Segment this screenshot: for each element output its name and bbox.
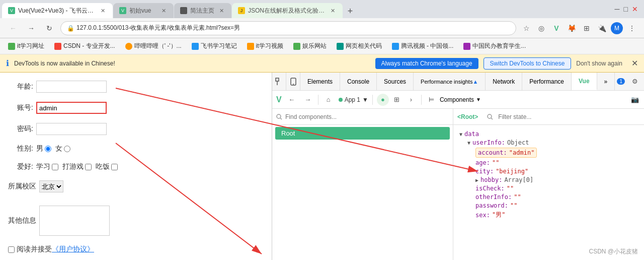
devtools-inspect-icon[interactable]	[272, 73, 286, 90]
menu-icon[interactable]: ⋮	[626, 22, 638, 34]
tab-initial-vue[interactable]: V 初始vue ✕	[113, 3, 174, 18]
bookmark-it-study[interactable]: it学习网址	[4, 41, 48, 51]
tab-label-4: JSON在线解析及格式化验证 - JS...	[248, 7, 326, 15]
devtools-tab-vue[interactable]: Vue	[572, 73, 597, 90]
chevron-right-icon[interactable]: ›	[405, 94, 417, 106]
tree-icon[interactable]: ⊨	[426, 94, 438, 106]
component-nav: ⊨ Components ▼	[426, 94, 481, 106]
tab-close-1[interactable]: ✕	[99, 7, 107, 15]
age-input[interactable]	[36, 81, 107, 93]
maximize-button[interactable]: □	[624, 5, 628, 13]
switch-devtools-button[interactable]: Switch DevTools to Chinese	[484, 57, 572, 70]
devtools-tab-sources[interactable]: Sources	[377, 73, 414, 90]
bookmark-feishu[interactable]: 飞书学习笔记	[188, 41, 241, 51]
dont-show-link[interactable]: Don't show again	[576, 60, 622, 67]
bm-label-1: it学习网址	[17, 42, 44, 50]
puzzle-icon[interactable]: ⊞	[581, 22, 593, 34]
url-text: 127.0.0.1:5500/013-收集表单元素/收集表单元素.html?se…	[76, 24, 240, 32]
bookmark-it-video[interactable]: it学习视频	[243, 41, 287, 51]
form-row-other: 其他信息	[8, 206, 264, 236]
bookmark-tencent[interactable]: 腾讯视频 - 中国领...	[388, 41, 458, 51]
userinfo-expand-arrow[interactable]: ▼	[467, 140, 470, 146]
devtools-tab-more[interactable]: »	[597, 73, 615, 90]
components-dropdown-icon: ▼	[476, 97, 481, 102]
tab-close-4[interactable]: ✕	[329, 7, 337, 15]
devtools-tab-network[interactable]: Network	[486, 73, 522, 90]
eye-icon[interactable]: ●	[377, 94, 389, 106]
devtools-tab-performance[interactable]: Performance	[522, 73, 572, 90]
home-icon[interactable]: ⌂	[323, 94, 335, 106]
app-selector[interactable]: App 1 ▼	[339, 96, 368, 103]
bookmark-minban[interactable]: 中国民办教育学生...	[459, 41, 530, 51]
bm-favicon-2	[54, 43, 61, 50]
ext-icon[interactable]: 🔌	[596, 22, 608, 34]
age-key: age:	[475, 159, 490, 166]
password-key: password:	[475, 202, 508, 209]
address-bar: ← → ↻ 🔒 127.0.0.1:5500/013-收集表单元素/收集表单元素…	[0, 18, 644, 38]
account-input[interactable]	[36, 102, 107, 114]
root-component-item[interactable]: Root	[275, 127, 450, 140]
hobby-food-checkbox[interactable]	[111, 164, 118, 170]
bookmark-bilibili[interactable]: 哔哩哔哩（' -'）...	[121, 41, 186, 51]
userinfo-row: ▼ userInfo: Object	[467, 139, 644, 146]
profile-icon[interactable]: M	[611, 22, 623, 34]
devtools-tab-elements[interactable]: Elements	[300, 73, 340, 90]
root-text: Root	[281, 129, 295, 137]
tab-jianfa[interactable]: 简法主页 ✕	[174, 3, 231, 18]
filter-search-icon	[487, 114, 493, 120]
close-button[interactable]: ✕	[632, 5, 638, 13]
hobby-expand-arrow[interactable]: ▶	[475, 177, 478, 183]
back-button[interactable]: ←	[6, 21, 20, 35]
account-key: account:	[478, 149, 507, 156]
form-row-gender: 性别: 男 女	[8, 144, 264, 153]
agreement-checkbox[interactable]	[8, 246, 15, 253]
campus-select[interactable]: 北京 上海 广州 深圳	[39, 180, 63, 192]
bookmark-csdn[interactable]: CSDN - 专业开发...	[50, 41, 119, 51]
gender-female-radio[interactable]	[64, 146, 70, 152]
devtools-tab-console[interactable]: Console	[340, 73, 377, 90]
minimize-button[interactable]: ─	[615, 5, 620, 13]
devtools-device-icon[interactable]	[286, 73, 300, 90]
userinfo-key: userInfo:	[472, 139, 505, 146]
lens-icon[interactable]: ◎	[535, 22, 547, 34]
extension1-icon[interactable]: V	[550, 22, 562, 34]
component-search-input[interactable]	[285, 113, 449, 120]
user-agreement-link[interactable]: 《用户协议》	[52, 245, 94, 254]
extension2-icon[interactable]: 🦊	[566, 22, 578, 34]
watermark: CSDN @小花皮猪	[589, 247, 638, 256]
password-input[interactable]	[36, 123, 107, 135]
tab-close-2[interactable]: ✕	[159, 7, 168, 15]
settings-icon[interactable]: ⚙	[629, 76, 641, 88]
tab-label-2: 初始vue	[129, 7, 156, 15]
data-key: data	[464, 131, 479, 138]
hobby-study-checkbox[interactable]	[52, 164, 58, 170]
new-tab-button[interactable]: +	[343, 4, 357, 18]
form-row-campus: 所属校区 北京 上海 广州 深圳	[8, 180, 264, 192]
tab-json[interactable]: J JSON在线解析及格式化验证 - JS... ✕	[232, 3, 343, 18]
city-key: city:	[475, 168, 494, 175]
bookmark-code[interactable]: 网页相关代码	[333, 41, 386, 51]
data-expand-arrow[interactable]: ▼	[459, 132, 462, 137]
vue-icons-group: ● ⊞ ›	[377, 94, 417, 106]
other-textarea[interactable]	[39, 206, 110, 236]
bookmark-entertainment[interactable]: 娱乐网站	[289, 41, 331, 51]
forward-button[interactable]: →	[24, 21, 38, 35]
tabs-container: V Vue(Vue2+Vue3) - 飞书云文档 ✕ V 初始vue ✕ 简法主…	[0, 0, 609, 18]
tab-vue-docs[interactable]: V Vue(Vue2+Vue3) - 飞书云文档 ✕	[2, 3, 113, 18]
tab-favicon-3	[180, 7, 187, 14]
state-filter-input[interactable]	[498, 113, 644, 120]
gender-male-radio[interactable]	[45, 146, 51, 152]
bookmark-star-icon[interactable]: ☆	[520, 22, 532, 34]
forward-arrow-icon[interactable]: →	[302, 94, 314, 106]
hobby-game-checkbox[interactable]	[85, 164, 92, 170]
reload-button[interactable]: ↻	[42, 21, 56, 35]
data-section: ▼ data ▼ userInfo: Object	[459, 131, 644, 219]
address-input[interactable]: 🔒 127.0.0.1:5500/013-收集表单元素/收集表单元素.html?…	[60, 21, 516, 35]
always-match-button[interactable]: Always match Chrome's language	[375, 58, 478, 69]
notification-close-icon[interactable]: ✕	[631, 58, 638, 68]
back-arrow-icon[interactable]: ←	[286, 94, 298, 106]
grid-icon[interactable]: ⊞	[391, 94, 403, 106]
tab-close-3[interactable]: ✕	[217, 7, 225, 15]
screenshot-icon[interactable]: 📷	[629, 94, 641, 106]
devtools-tab-performance-insights[interactable]: Performance insights ▲	[414, 73, 486, 90]
